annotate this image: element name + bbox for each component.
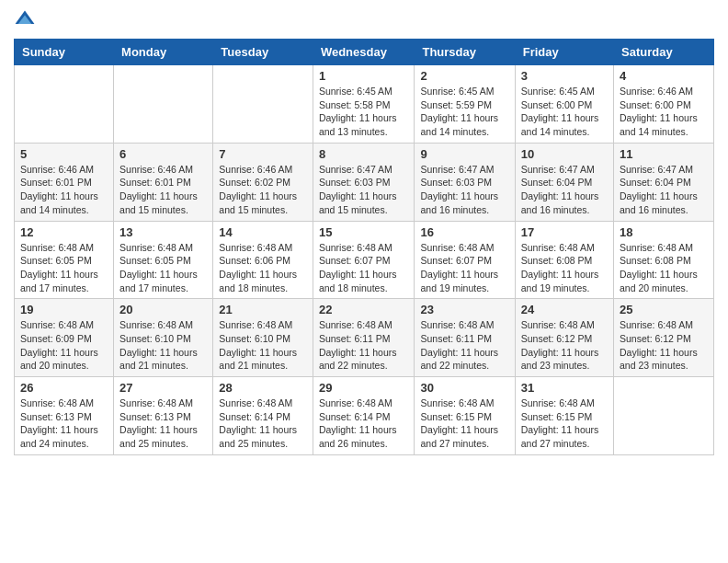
day-number: 10 — [521, 147, 608, 161]
day-info: Sunrise: 6:48 AM Sunset: 6:11 PM Dayligh… — [420, 318, 508, 373]
day-info: Sunrise: 6:48 AM Sunset: 6:06 PM Dayligh… — [219, 241, 307, 295]
day-info: Sunrise: 6:46 AM Sunset: 6:00 PM Dayligh… — [620, 85, 708, 139]
day-number: 30 — [420, 381, 508, 395]
day-info: Sunrise: 6:47 AM Sunset: 6:04 PM Dayligh… — [620, 163, 708, 217]
day-number: 4 — [620, 69, 708, 83]
day-number: 16 — [420, 225, 508, 239]
day-number: 12 — [20, 225, 108, 239]
day-info: Sunrise: 6:48 AM Sunset: 6:10 PM Dayligh… — [119, 318, 207, 373]
day-number: 31 — [521, 381, 608, 395]
calendar-cell: 6Sunrise: 6:46 AM Sunset: 6:01 PM Daylig… — [114, 143, 213, 221]
calendar-week-row: 26Sunrise: 6:48 AM Sunset: 6:13 PM Dayli… — [15, 377, 714, 455]
day-number: 22 — [319, 303, 409, 316]
day-info: Sunrise: 6:46 AM Sunset: 6:02 PM Dayligh… — [219, 163, 307, 217]
day-info: Sunrise: 6:46 AM Sunset: 6:01 PM Dayligh… — [20, 163, 108, 217]
calendar-cell: 23Sunrise: 6:48 AM Sunset: 6:11 PM Dayli… — [415, 299, 515, 377]
calendar-cell — [213, 65, 313, 144]
calendar-cell: 26Sunrise: 6:48 AM Sunset: 6:13 PM Dayli… — [15, 377, 114, 455]
day-of-week-header: Wednesday — [313, 40, 415, 65]
calendar-cell: 21Sunrise: 6:48 AM Sunset: 6:10 PM Dayli… — [213, 299, 313, 377]
day-info: Sunrise: 6:48 AM Sunset: 6:11 PM Dayligh… — [319, 318, 409, 373]
calendar-cell: 10Sunrise: 6:47 AM Sunset: 6:04 PM Dayli… — [515, 143, 613, 221]
day-number: 18 — [620, 225, 708, 239]
day-number: 28 — [219, 381, 307, 395]
day-info: Sunrise: 6:45 AM Sunset: 5:59 PM Dayligh… — [420, 85, 508, 139]
day-info: Sunrise: 6:48 AM Sunset: 6:15 PM Dayligh… — [521, 396, 608, 451]
calendar-cell: 27Sunrise: 6:48 AM Sunset: 6:13 PM Dayli… — [114, 377, 213, 455]
day-number: 20 — [119, 303, 207, 316]
day-of-week-header: Tuesday — [213, 40, 313, 65]
calendar-cell: 5Sunrise: 6:46 AM Sunset: 6:01 PM Daylig… — [15, 143, 114, 221]
day-info: Sunrise: 6:48 AM Sunset: 6:05 PM Dayligh… — [20, 241, 108, 295]
day-info: Sunrise: 6:48 AM Sunset: 6:12 PM Dayligh… — [521, 318, 608, 373]
calendar-week-row: 19Sunrise: 6:48 AM Sunset: 6:09 PM Dayli… — [15, 299, 714, 377]
day-info: Sunrise: 6:48 AM Sunset: 6:08 PM Dayligh… — [620, 241, 708, 295]
day-info: Sunrise: 6:47 AM Sunset: 6:03 PM Dayligh… — [420, 163, 508, 217]
calendar-cell: 3Sunrise: 6:45 AM Sunset: 6:00 PM Daylig… — [515, 65, 613, 144]
calendar-cell: 1Sunrise: 6:45 AM Sunset: 5:58 PM Daylig… — [313, 65, 415, 144]
day-number: 1 — [319, 69, 409, 83]
calendar-cell: 7Sunrise: 6:46 AM Sunset: 6:02 PM Daylig… — [213, 143, 313, 221]
day-number: 19 — [20, 303, 108, 316]
day-of-week-header: Thursday — [415, 40, 515, 65]
day-of-week-header: Saturday — [614, 40, 714, 65]
calendar-cell: 29Sunrise: 6:48 AM Sunset: 6:14 PM Dayli… — [313, 377, 415, 455]
day-number: 15 — [319, 225, 409, 239]
day-info: Sunrise: 6:48 AM Sunset: 6:10 PM Dayligh… — [219, 318, 307, 373]
day-number: 21 — [219, 303, 307, 316]
calendar-cell: 9Sunrise: 6:47 AM Sunset: 6:03 PM Daylig… — [415, 143, 515, 221]
day-number: 25 — [620, 303, 708, 316]
day-info: Sunrise: 6:48 AM Sunset: 6:13 PM Dayligh… — [119, 396, 207, 451]
page-container: SundayMondayTuesdayWednesdayThursdayFrid… — [0, 0, 728, 465]
calendar-cell: 20Sunrise: 6:48 AM Sunset: 6:10 PM Dayli… — [114, 299, 213, 377]
day-info: Sunrise: 6:46 AM Sunset: 6:01 PM Dayligh… — [119, 163, 207, 217]
day-of-week-header: Monday — [114, 40, 213, 65]
calendar-cell: 30Sunrise: 6:48 AM Sunset: 6:15 PM Dayli… — [415, 377, 515, 455]
calendar-cell — [15, 65, 114, 144]
calendar-week-row: 12Sunrise: 6:48 AM Sunset: 6:05 PM Dayli… — [15, 221, 714, 299]
day-info: Sunrise: 6:48 AM Sunset: 6:14 PM Dayligh… — [219, 396, 307, 451]
day-info: Sunrise: 6:48 AM Sunset: 6:15 PM Dayligh… — [420, 396, 508, 451]
day-info: Sunrise: 6:48 AM Sunset: 6:13 PM Dayligh… — [20, 396, 108, 451]
day-info: Sunrise: 6:48 AM Sunset: 6:05 PM Dayligh… — [119, 241, 207, 295]
calendar-cell: 4Sunrise: 6:46 AM Sunset: 6:00 PM Daylig… — [614, 65, 714, 144]
day-info: Sunrise: 6:45 AM Sunset: 5:58 PM Dayligh… — [319, 85, 409, 139]
calendar-cell — [614, 377, 714, 455]
calendar-cell: 16Sunrise: 6:48 AM Sunset: 6:07 PM Dayli… — [415, 221, 515, 299]
day-of-week-header: Sunday — [15, 40, 114, 65]
logo-icon — [14, 9, 36, 31]
calendar-cell: 11Sunrise: 6:47 AM Sunset: 6:04 PM Dayli… — [614, 143, 714, 221]
day-info: Sunrise: 6:48 AM Sunset: 6:09 PM Dayligh… — [20, 318, 108, 373]
calendar-table: SundayMondayTuesdayWednesdayThursdayFrid… — [14, 39, 714, 455]
calendar-cell: 18Sunrise: 6:48 AM Sunset: 6:08 PM Dayli… — [614, 221, 714, 299]
day-info: Sunrise: 6:48 AM Sunset: 6:08 PM Dayligh… — [521, 241, 608, 295]
day-number: 11 — [620, 147, 708, 161]
day-number: 8 — [319, 147, 409, 161]
calendar-cell: 17Sunrise: 6:48 AM Sunset: 6:08 PM Dayli… — [515, 221, 613, 299]
calendar-cell: 14Sunrise: 6:48 AM Sunset: 6:06 PM Dayli… — [213, 221, 313, 299]
day-number: 6 — [119, 147, 207, 161]
day-number: 7 — [219, 147, 307, 161]
day-number: 17 — [521, 225, 608, 239]
calendar-week-row: 5Sunrise: 6:46 AM Sunset: 6:01 PM Daylig… — [15, 143, 714, 221]
day-number: 5 — [20, 147, 108, 161]
day-info: Sunrise: 6:45 AM Sunset: 6:00 PM Dayligh… — [521, 85, 608, 139]
day-number: 27 — [119, 381, 207, 395]
day-number: 13 — [119, 225, 207, 239]
calendar-cell: 28Sunrise: 6:48 AM Sunset: 6:14 PM Dayli… — [213, 377, 313, 455]
calendar-cell: 15Sunrise: 6:48 AM Sunset: 6:07 PM Dayli… — [313, 221, 415, 299]
calendar-cell: 19Sunrise: 6:48 AM Sunset: 6:09 PM Dayli… — [15, 299, 114, 377]
calendar-cell: 22Sunrise: 6:48 AM Sunset: 6:11 PM Dayli… — [313, 299, 415, 377]
day-info: Sunrise: 6:47 AM Sunset: 6:04 PM Dayligh… — [521, 163, 608, 217]
day-info: Sunrise: 6:48 AM Sunset: 6:07 PM Dayligh… — [420, 241, 508, 295]
calendar-cell: 25Sunrise: 6:48 AM Sunset: 6:12 PM Dayli… — [614, 299, 714, 377]
day-info: Sunrise: 6:48 AM Sunset: 6:12 PM Dayligh… — [620, 318, 708, 373]
calendar-week-row: 1Sunrise: 6:45 AM Sunset: 5:58 PM Daylig… — [15, 65, 714, 144]
day-info: Sunrise: 6:48 AM Sunset: 6:14 PM Dayligh… — [319, 396, 409, 451]
calendar-cell: 13Sunrise: 6:48 AM Sunset: 6:05 PM Dayli… — [114, 221, 213, 299]
day-number: 3 — [521, 69, 608, 83]
calendar-cell — [114, 65, 213, 144]
day-number: 2 — [420, 69, 508, 83]
calendar-cell: 2Sunrise: 6:45 AM Sunset: 5:59 PM Daylig… — [415, 65, 515, 144]
calendar-cell: 12Sunrise: 6:48 AM Sunset: 6:05 PM Dayli… — [15, 221, 114, 299]
